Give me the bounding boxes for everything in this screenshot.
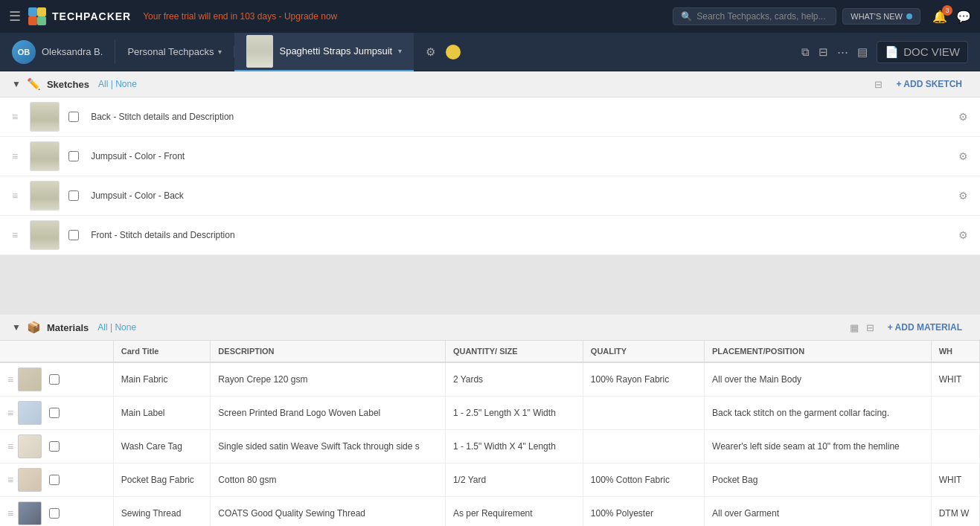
sketch-settings-icon[interactable]: ⚙: [958, 111, 968, 123]
mat-checkbox[interactable]: [49, 508, 60, 519]
sketch-checkbox[interactable]: [68, 112, 79, 122]
techpack-label: Personal Techpacks: [127, 46, 214, 57]
logo: TECHPACKER: [27, 6, 131, 27]
materials-view-icon[interactable]: ▦: [850, 322, 859, 333]
hamburger-icon[interactable]: ☰: [9, 8, 21, 25]
whats-new-button[interactable]: WHAT'S NEW: [842, 8, 920, 25]
sketches-pencil-icon: ✏️: [27, 77, 41, 91]
drag-handle-icon[interactable]: ≡: [12, 150, 18, 162]
settings-icon[interactable]: ⚙: [426, 45, 435, 59]
sketch-settings-icon[interactable]: ⚙: [958, 190, 968, 202]
color-swatch[interactable]: [446, 45, 461, 60]
user-menu[interactable]: OB Oleksandra B.: [12, 40, 115, 64]
techpack-breadcrumb[interactable]: Personal Techpacks ▾: [115, 46, 234, 57]
svg-rect-0: [28, 7, 37, 16]
table-row: ≡ Main Fabric Rayon Crepe 120 gsm 2 Yard…: [0, 362, 980, 397]
sketch-row: ≡ Jumpsuit - Color - Front ⚙: [0, 137, 980, 176]
sketch-thumbnail: [30, 220, 60, 250]
drag-handle-icon[interactable]: ≡: [7, 440, 13, 452]
mat-row-controls: ≡: [0, 430, 113, 464]
notification-icon[interactable]: 🔔 3: [932, 10, 947, 24]
mat-quality: [583, 430, 704, 464]
col-header-controls: [0, 341, 113, 362]
sketch-checkbox[interactable]: [68, 230, 79, 240]
view-icon[interactable]: ▤: [857, 45, 868, 59]
drag-handle-icon[interactable]: ≡: [12, 190, 18, 202]
mat-wh: [931, 397, 979, 430]
mat-quantity: 2 Yards: [445, 362, 583, 397]
mat-quality: 100% Cotton Fabric: [583, 464, 704, 497]
col-header-card-title: Card Title: [113, 341, 211, 362]
mat-checkbox[interactable]: [49, 441, 60, 452]
svg-rect-3: [37, 16, 46, 25]
more-icon[interactable]: ⋯: [837, 45, 848, 59]
sketch-checkbox[interactable]: [68, 151, 79, 161]
mat-quantity: 1 - 1.5" Width X 4" Length: [445, 430, 583, 464]
mat-description: COATS Good Quality Sewing Thread: [211, 497, 446, 527]
drag-handle-icon[interactable]: ≡: [12, 229, 18, 241]
mat-card-title: Main Label: [113, 397, 211, 430]
topnav-icons: 🔔 3 💬: [932, 10, 971, 24]
mat-description: Single sided satin Weave Swift Tack thro…: [211, 430, 446, 464]
product-name: Spaghetti Straps Jumpsuit: [279, 45, 392, 57]
sketch-row: ≡ Back - Stitch details and Description …: [0, 97, 980, 137]
mat-placement: Back tack stitch on the garment collar f…: [705, 397, 932, 430]
sketch-settings-icon[interactable]: ⚙: [958, 150, 968, 162]
col-header-description: DESCRIPTION: [211, 341, 446, 362]
search-input[interactable]: [696, 11, 828, 22]
col-header-quantity: QUANTITY/ SIZE: [445, 341, 583, 362]
sketch-thumbnail: [30, 181, 60, 211]
drag-handle-icon[interactable]: ≡: [12, 111, 18, 123]
mat-card-title: Sewing Thread: [113, 497, 211, 527]
sketches-collapse-icon[interactable]: ▼: [12, 79, 21, 89]
drag-handle-icon[interactable]: ≡: [7, 474, 13, 486]
upgrade-link[interactable]: Upgrade now: [284, 11, 337, 22]
mat-checkbox[interactable]: [49, 475, 60, 485]
chat-icon[interactable]: 💬: [956, 10, 971, 24]
drag-handle-icon[interactable]: ≡: [7, 407, 13, 419]
add-sketch-button[interactable]: + ADD SKETCH: [890, 76, 968, 92]
section-spacer: [0, 255, 980, 315]
mat-wh: WHIT: [931, 362, 979, 397]
materials-actions: ▦ ⊟ + ADD MATERIAL: [850, 319, 968, 336]
sketch-settings-icon[interactable]: ⚙: [958, 229, 968, 241]
materials-collapse-icon[interactable]: ▼: [12, 322, 21, 333]
brand-name: TECHPACKER: [52, 10, 131, 22]
mat-placement: Wearer's left side seam at 10" from the …: [705, 430, 932, 464]
filter-icon[interactable]: ⊟: [819, 45, 828, 59]
mat-quantity: 1/2 Yard: [445, 464, 583, 497]
sketch-label: Jumpsuit - Color - Back: [91, 190, 952, 201]
sketches-title: Sketches: [47, 79, 89, 90]
drag-handle-icon[interactable]: ≡: [7, 373, 13, 385]
doc-view-icon: 📄: [885, 45, 899, 59]
secnav-right: ⧉ ⊟ ⋯ ▤ 📄 DOC VIEW: [801, 41, 968, 63]
mat-checkbox[interactable]: [49, 408, 60, 418]
sketch-checkbox[interactable]: [68, 190, 79, 201]
materials-box-icon: 📦: [27, 321, 41, 334]
mat-checkbox[interactable]: [49, 374, 60, 385]
product-settings-icons: ⚙: [414, 45, 461, 60]
mat-row-controls: ≡: [0, 397, 113, 430]
mat-placement: Pocket Bag: [705, 464, 932, 497]
search-bar[interactable]: 🔍: [673, 7, 836, 25]
doc-view-button[interactable]: 📄 DOC VIEW: [877, 41, 968, 63]
col-header-wh: WH: [931, 341, 979, 362]
copy-icon[interactable]: ⧉: [801, 45, 810, 59]
product-tab[interactable]: Spaghetti Straps Jumpsuit ▾: [234, 33, 414, 71]
table-row: ≡ Sewing Thread COATS Good Quality Sewin…: [0, 497, 980, 527]
add-material-button[interactable]: + ADD MATERIAL: [882, 319, 968, 336]
drag-handle-icon[interactable]: ≡: [7, 507, 13, 519]
product-thumbnail: [246, 35, 273, 68]
product-chevron-icon[interactable]: ▾: [398, 47, 402, 55]
mat-card-title: Pocket Bag Fabric: [113, 464, 211, 497]
table-row: ≡ Main Label Screen Printed Brand Logo W…: [0, 397, 980, 430]
mat-description: Cotton 80 gsm: [211, 464, 446, 497]
materials-filter-icon[interactable]: ⊟: [866, 322, 874, 333]
whats-new-dot: [906, 13, 912, 19]
chevron-down-icon: ▾: [218, 48, 222, 56]
sketch-thumbnail: [30, 141, 60, 171]
table-header-row: Card Title DESCRIPTION QUANTITY/ SIZE QU…: [0, 341, 980, 362]
sketches-filter-icon[interactable]: ⊟: [874, 79, 883, 90]
search-icon: 🔍: [681, 11, 692, 22]
mat-wh: DTM W: [931, 497, 979, 527]
